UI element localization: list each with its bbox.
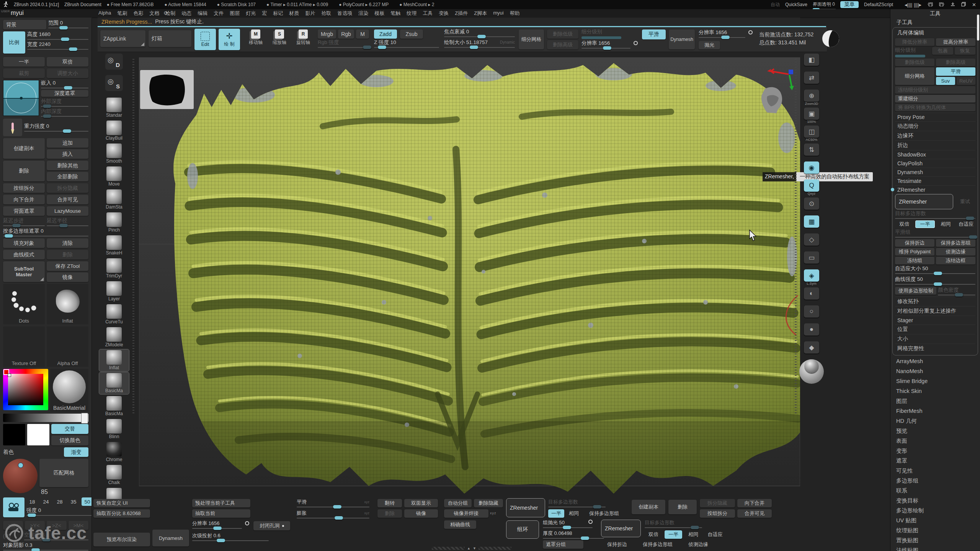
divide-button[interactable]: 细分网格 xyxy=(895,67,934,85)
menu-item[interactable]: 帮助 xyxy=(507,9,523,18)
palette-section-header[interactable]: 预览 xyxy=(890,427,980,437)
create-copy-button[interactable]: 创建副本 xyxy=(3,138,45,159)
dynamic-mode-icon[interactable]: ◉Dynamic xyxy=(804,161,819,178)
brush-item[interactable]: Layer xyxy=(99,280,129,302)
right-tray-divider[interactable] xyxy=(795,57,797,413)
del-higher-button[interactable]: 删除高级 xyxy=(936,59,975,66)
brush-item[interactable]: DamSta xyxy=(99,189,129,210)
persp-icon[interactable]: ◇ xyxy=(804,233,819,250)
close-icon[interactable]: ✕ xyxy=(972,2,976,8)
restore-button[interactable]: 恢复 xyxy=(955,47,975,55)
dynamic-label[interactable]: Dynamic xyxy=(500,39,515,46)
menu-item[interactable]: 色彩 xyxy=(131,9,146,18)
radial-indicator-icon[interactable] xyxy=(245,521,249,525)
texture-selector[interactable]: Texture Off xyxy=(3,326,45,367)
brush-item[interactable]: CurveTu xyxy=(99,303,129,325)
zremesher-section-header[interactable]: ZRemesher xyxy=(895,185,975,194)
floor-icon[interactable]: ▭ xyxy=(804,251,819,268)
curve-strength-slider[interactable]: 曲线强度 50 xyxy=(895,276,975,285)
lazy-radius-slider[interactable]: 延迟半径 xyxy=(47,218,88,226)
z-intensity-slider[interactable]: Z 强度 10 xyxy=(374,39,439,48)
target-polygons-slider[interactable]: 目标多边形数 xyxy=(895,210,975,219)
focal-shift-slider[interactable]: 焦点衰减 0 xyxy=(444,29,515,37)
dynamesh-button[interactable]: Dynamesh xyxy=(152,530,189,546)
secondary-color-swatch[interactable] xyxy=(27,424,49,445)
double-sided-button[interactable]: 双面显示 xyxy=(404,499,438,507)
brush-item[interactable]: Move xyxy=(99,166,129,187)
panel-scrollbar[interactable] xyxy=(977,15,979,41)
xpose-icon[interactable]: ◆ xyxy=(804,341,819,358)
half-button[interactable]: 一半 xyxy=(3,57,45,67)
toolbar-scrollbar[interactable]: ▲▼ xyxy=(432,546,511,550)
group-loop-button[interactable]: 组环 xyxy=(506,520,539,539)
higher-res-button[interactable]: 提高分辨率 xyxy=(936,38,975,46)
split-by-group-button[interactable]: 按组拆分 xyxy=(3,183,45,193)
gyro-button[interactable]: M移动轴 xyxy=(249,29,263,46)
switch-color-button[interactable]: 切换颜色 xyxy=(51,435,88,445)
material-preview-sphere[interactable] xyxy=(3,459,38,493)
smt-button[interactable]: 平滑 xyxy=(642,29,666,39)
restore-ui-button[interactable]: 恢复自定义 UI xyxy=(93,499,150,507)
palette-section-header[interactable]: Slime Bridge xyxy=(890,377,980,387)
subsection-header[interactable]: 边缘环 xyxy=(895,131,975,140)
menu-item[interactable]: 纹理 xyxy=(404,9,419,18)
autogroups-button[interactable]: 自动分组 xyxy=(444,499,472,507)
delete-button-2[interactable]: 删除 xyxy=(668,500,697,514)
menu-item[interactable]: 编辑 xyxy=(195,9,210,18)
document-canvas[interactable] xyxy=(139,57,800,494)
delete-hidden-button[interactable]: 删除隐藏 xyxy=(474,499,503,507)
bpr-render-icon[interactable]: ◧ xyxy=(804,54,819,70)
palette-section-header[interactable]: ArrayMesh xyxy=(890,357,980,367)
transp-icon[interactable]: ◐ xyxy=(804,287,819,304)
merge-visible-button[interactable]: 合并可见 xyxy=(47,195,88,204)
menu-item[interactable]: 笔触 xyxy=(388,9,403,18)
height-slider[interactable]: 高度 1680 xyxy=(27,31,88,40)
quicksave-button[interactable]: QuickSave xyxy=(785,2,807,7)
crop-button[interactable]: 裁剪 xyxy=(3,68,45,78)
keep-groups-button[interactable]: 保持多边形组 xyxy=(936,239,975,247)
subsection-header[interactable]: 位置 xyxy=(895,324,975,334)
menu-item[interactable]: 材质 xyxy=(286,9,302,18)
radial-indicator-icon[interactable] xyxy=(748,30,753,34)
zadd-button[interactable]: Zadd xyxy=(374,29,397,39)
lazymouse-button[interactable]: LazyMouse xyxy=(47,206,88,216)
alpha-selector[interactable]: Inflat xyxy=(47,284,88,324)
smooth-slider[interactable]: 平滑xyz xyxy=(297,499,369,507)
half-button[interactable]: 一半 xyxy=(915,220,935,228)
brush-item[interactable]: Smooth xyxy=(99,143,129,165)
adapt-button-2[interactable]: 自适应 xyxy=(704,530,726,539)
curve-mode-button[interactable]: 曲线模式 xyxy=(3,250,45,259)
palette-section-header[interactable]: 联系 xyxy=(890,486,980,496)
menu-item[interactable]: 灯光 xyxy=(243,9,258,18)
brush-item[interactable]: BasicMa xyxy=(99,372,129,394)
menu-item[interactable]: 模板 xyxy=(372,9,387,18)
resolution-slider[interactable]: 分辨率 1656 xyxy=(192,520,242,529)
ratio-button[interactable]: 比例 xyxy=(3,31,25,54)
menu-item[interactable]: 影片 xyxy=(302,9,318,18)
resize-button[interactable]: 调整大小 xyxy=(47,68,88,78)
solo-icon[interactable]: ● xyxy=(804,323,819,340)
keep-polypaint-button[interactable]: 维持 Polypaint xyxy=(895,248,934,256)
subsection-header[interactable]: 动态细分 xyxy=(895,121,975,131)
polyframe-icon[interactable]: ▦ xyxy=(804,215,819,232)
close-holes-button[interactable]: 封闭孔洞 xyxy=(253,521,290,530)
primary-color-swatch[interactable] xyxy=(3,424,25,445)
merge-visible-button[interactable]: 合并可见 xyxy=(737,509,772,518)
zremesher-button-1[interactable]: ZRemesher xyxy=(506,498,545,517)
menu-item[interactable]: myui xyxy=(490,9,506,18)
subsection-header[interactable]: ShadowBox xyxy=(895,150,975,159)
menu-item[interactable]: Z插件 xyxy=(452,9,470,18)
brush-item[interactable]: BasicMa xyxy=(99,395,129,417)
palette-section-header[interactable]: HD 几何 xyxy=(890,417,980,427)
delete-other-button[interactable]: 删除其他 xyxy=(47,161,88,170)
subsection-header[interactable]: 网格完整性 xyxy=(895,344,975,353)
menu-item[interactable]: 文档 xyxy=(147,9,162,18)
target-polygons-slider-2[interactable]: 目标多边形数 xyxy=(645,520,702,528)
palette-section-header[interactable]: 可见性 xyxy=(890,466,980,476)
draw-size-slider[interactable]: 绘制大小 51.18757Dynamic xyxy=(444,39,515,48)
mirror-and-weld-button[interactable]: 镜像并焊接 xyxy=(444,509,488,518)
material-sphere-icon[interactable] xyxy=(822,30,839,47)
subsection-header[interactable]: Proxy Pose xyxy=(895,112,975,121)
dynamesh-button[interactable]: Dynamesh xyxy=(669,29,695,49)
reuv-button[interactable]: ReUV xyxy=(957,77,976,85)
